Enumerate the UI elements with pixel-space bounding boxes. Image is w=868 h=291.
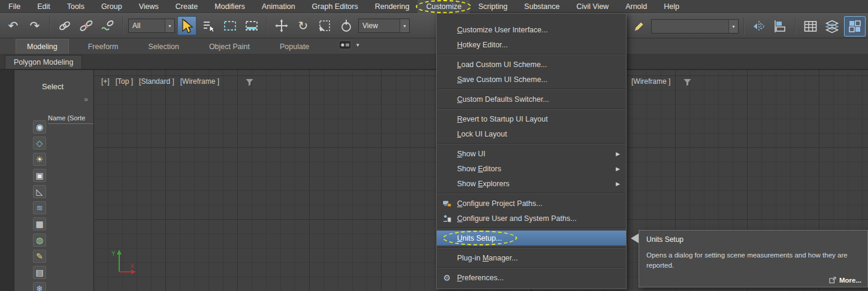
viewport-label-segment[interactable]: [Standard ]: [139, 77, 174, 86]
menu-item-show-editors[interactable]: Show Editors▶: [437, 161, 626, 176]
viewport-label-segment[interactable]: [Wireframe ]: [180, 77, 219, 86]
display-geometry-icon[interactable]: ▦: [33, 217, 46, 231]
toggle-ribbon-button[interactable]: [844, 16, 866, 37]
menubar-item-file[interactable]: File: [0, 0, 29, 13]
viewport-filter-icon[interactable]: [683, 78, 692, 87]
tooltip-more-link[interactable]: More...: [829, 277, 861, 284]
viewport-label-segment[interactable]: [+]: [101, 77, 110, 86]
viewport-filter-icon[interactable]: [245, 78, 254, 87]
menubar-item-customize[interactable]: Customize: [418, 0, 470, 13]
menu-item-revert-to-startup-ui-layout[interactable]: Revert to Startup UI Layout: [437, 111, 626, 126]
select-object-button[interactable]: [177, 16, 196, 35]
bind-to-space-warp-button[interactable]: [98, 16, 117, 35]
ribbon-panel-select-label[interactable]: Select: [42, 82, 63, 91]
menu-item-configure-project-paths[interactable]: Configure Project Paths...: [437, 196, 626, 211]
select-by-name-button[interactable]: [199, 16, 218, 35]
menu-item-save-custom-ui-scheme[interactable]: Save Custom UI Scheme...: [437, 72, 626, 87]
ribbon-tab-freeform[interactable]: Freeform: [77, 40, 129, 54]
align-icon: [773, 19, 788, 34]
unlink-selection-button[interactable]: [77, 16, 96, 35]
menubar-item-tools[interactable]: Tools: [59, 0, 93, 13]
chevron-down-icon[interactable]: ▼: [165, 19, 174, 32]
menu-item-units-setup[interactable]: Units Setup...: [437, 231, 626, 245]
ribbon-tab-populate[interactable]: Populate: [269, 40, 320, 54]
named-selection-sets-dropdown[interactable]: ▼: [651, 19, 739, 34]
menu-item-lock-ui-layout[interactable]: Lock UI Layout: [437, 126, 626, 141]
menu-item-show-ui[interactable]: Show UI▶: [437, 146, 626, 161]
menubar-item-scripting[interactable]: Scripting: [470, 0, 516, 13]
menubar-item-group[interactable]: Group: [93, 0, 131, 13]
viewport-label-segment[interactable]: [Wireframe ]: [631, 77, 670, 86]
tooltip-body: Opens a dialog for setting scene measure…: [646, 250, 861, 271]
display-lights-icon[interactable]: ☀: [33, 153, 46, 166]
window-crossing-button[interactable]: [242, 16, 261, 35]
menubar-item-civil-view[interactable]: Civil View: [568, 0, 617, 13]
lock-cell-editing-icon[interactable]: ✎: [33, 250, 46, 263]
configure-columns-icon[interactable]: ▤: [33, 266, 46, 279]
display-shapes-icon[interactable]: ◇: [33, 137, 46, 150]
explorer-name-column-header[interactable]: Name (Sorte: [48, 114, 94, 124]
selection-filter-dropdown[interactable]: All ▼: [128, 19, 175, 33]
menu-item-icon-slot: [441, 114, 452, 125]
menu-item-preferences[interactable]: ⚙Preferences...: [437, 270, 626, 285]
menubar-item-rendering[interactable]: Rendering: [367, 0, 418, 13]
menubar-item-animation[interactable]: Animation: [253, 0, 304, 13]
display-helpers-icon[interactable]: ◺: [33, 185, 46, 198]
display-cameras-icon[interactable]: ▣: [33, 169, 46, 182]
redo-button[interactable]: ↷: [25, 16, 44, 35]
menu-item-label: Hotkey Editor...: [457, 41, 508, 49]
ribbon-tab-object-paint[interactable]: Object Paint: [198, 40, 261, 54]
viewport-label-segment[interactable]: [Top ]: [116, 77, 133, 86]
menu-item-hotkey-editor[interactable]: Hotkey Editor...: [437, 37, 626, 52]
menubar-item-substance[interactable]: Substance: [516, 0, 568, 13]
select-and-place-button[interactable]: [337, 16, 356, 35]
menubar-item-modifiers[interactable]: Modifiers: [206, 0, 253, 13]
menubar: FileEditToolsGroupViewsCreateModifiersAn…: [0, 0, 868, 13]
menu-item-icon-slot: [441, 148, 452, 159]
chevron-down-icon[interactable]: ▼: [400, 19, 409, 32]
undo-button[interactable]: ↶: [4, 16, 23, 35]
menubar-item-create[interactable]: Create: [167, 0, 207, 13]
window-crossing-icon: [244, 19, 259, 33]
chevron-down-icon[interactable]: ▼: [728, 20, 738, 33]
ribbon-tab-modeling[interactable]: Modeling: [16, 39, 69, 54]
menu-separator: [437, 193, 625, 194]
select-and-link-button[interactable]: [55, 16, 74, 35]
menubar-item-arnold[interactable]: Arnold: [617, 0, 655, 13]
ribbon-tab-selection[interactable]: Selection: [137, 40, 189, 54]
menu-item-show-explorers[interactable]: Show Explorers▶: [437, 176, 626, 191]
ribbon-options-icon[interactable]: [338, 38, 352, 51]
align-button[interactable]: [771, 17, 790, 36]
menubar-item-edit[interactable]: Edit: [29, 0, 59, 13]
panel-expand-chevrons[interactable]: »: [84, 95, 89, 104]
tab-polygon-modeling[interactable]: Polygon Modeling: [5, 55, 82, 69]
toggle-scene-explorer-button[interactable]: [801, 17, 820, 36]
scale-icon: [317, 19, 332, 33]
edit-named-selection-sets-button[interactable]: [630, 17, 649, 36]
toggle-layer-explorer-button[interactable]: [822, 17, 842, 36]
toolbar-separator: [743, 17, 745, 35]
display-frozen-icon[interactable]: ❄: [33, 282, 46, 291]
link-icon: [58, 19, 72, 33]
menubar-item-help[interactable]: Help: [655, 0, 688, 13]
menu-item-configure-user-and-system-paths[interactable]: Configure User and System Paths...: [437, 211, 626, 226]
menu-item-customize-user-interface[interactable]: Customize User Interface...: [437, 22, 626, 37]
display-influences-icon[interactable]: ◉: [33, 120, 46, 134]
left-dock-strip: [0, 70, 14, 291]
mirror-button[interactable]: [749, 17, 769, 36]
display-spacewarps-icon[interactable]: ≋: [33, 201, 46, 214]
select-and-scale-button[interactable]: [315, 16, 334, 35]
menu-item-plug-in-manager[interactable]: Plug-in Manager...: [437, 250, 626, 265]
display-bones-icon[interactable]: ◍: [33, 234, 46, 247]
menubar-item-graph-editors[interactable]: Graph Editors: [304, 0, 367, 13]
rectangular-selection-button[interactable]: [220, 16, 240, 35]
chevron-down-icon[interactable]: ▼: [355, 43, 360, 48]
menu-item-load-custom-ui-scheme[interactable]: Load Custom UI Scheme...: [437, 57, 626, 72]
menu-item-custom-defaults-switcher[interactable]: Custom Defaults Switcher...: [437, 92, 626, 107]
select-and-rotate-button[interactable]: ↻: [294, 16, 313, 35]
reference-coordinate-dropdown[interactable]: View ▼: [358, 19, 410, 33]
submenu-arrow-icon: ▶: [616, 151, 620, 157]
user-paths-icon: [441, 213, 452, 224]
select-and-move-button[interactable]: [272, 16, 291, 35]
menubar-item-views[interactable]: Views: [131, 0, 167, 13]
